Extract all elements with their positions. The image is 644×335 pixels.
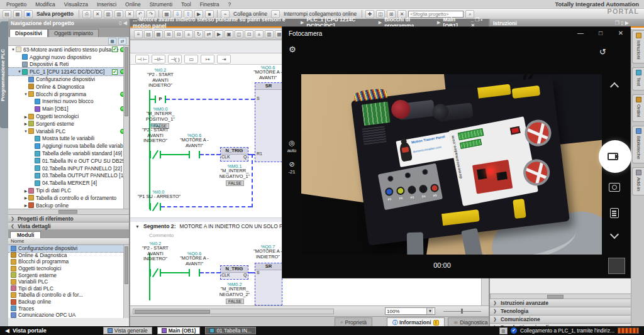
tree-expander[interactable]: ▼: [17, 70, 22, 74]
module-list-item[interactable]: Variabili PLC: [8, 278, 129, 285]
overview-button[interactable]: Vista generale: [103, 327, 152, 334]
operand-name[interactable]: "P2 - START AVANTI INDIETRO": [133, 246, 177, 262]
tree-item[interactable]: ▶Backup online: [8, 202, 129, 209]
tree-item[interactable]: Online & Diagnostica: [8, 83, 129, 91]
lad-element-icon[interactable]: ⊣ ⊢: [135, 55, 149, 63]
lad-element-icon[interactable]: ⊣( ): [168, 55, 182, 63]
reference-projects-section[interactable]: ❯Progetti di riferimento: [8, 215, 129, 222]
sr-block[interactable]: SR: [255, 263, 282, 305]
camera-titlebar[interactable]: Fotocamera — □ ✕: [282, 27, 630, 40]
maximize-icon[interactable]: □: [591, 27, 610, 40]
tree-expander[interactable]: ▼: [11, 48, 16, 52]
minimize-icon[interactable]: —: [571, 27, 590, 40]
menu-item-finestra[interactable]: Finestra: [196, 1, 223, 8]
tab-diagnostica[interactable]: ♒Diagnostica: [448, 317, 494, 327]
editor-toolbar-icon[interactable]: ▥: [265, 30, 274, 38]
module-list-item[interactable]: Backup online: [8, 299, 129, 305]
tree-item[interactable]: ▶Tipi di dati PLC: [8, 187, 129, 194]
tree-horizontal-scrollbar[interactable]: [8, 209, 129, 215]
menu-item-progetto[interactable]: Progetto: [3, 1, 30, 8]
editor-toolbar-icon[interactable]: ▣: [225, 30, 233, 38]
tree-vertical-scrollbar[interactable]: [123, 46, 129, 209]
module-list-item[interactable]: Blocchi di programma: [8, 258, 129, 265]
zoom-slider[interactable]: [443, 308, 481, 314]
operand-name[interactable]: "M_INTERR_ POSITIVO_1": [138, 111, 182, 122]
lad-element-icon[interactable]: ⇥: [217, 55, 231, 63]
main-ob1-task-button[interactable]: Main (OB1): [157, 327, 201, 334]
editor-toolbar-icon[interactable]: ▶: [214, 30, 223, 38]
exposure-control[interactable]: ⊘ -21: [284, 160, 300, 175]
module-list-item[interactable]: Oggetti tecnologici: [8, 265, 129, 272]
editor-toolbar-icon[interactable]: ↻: [194, 30, 203, 38]
tree-item[interactable]: Main [OB1]: [8, 105, 129, 113]
tree-item[interactable]: Tabella delle variabili standard [49]: [8, 150, 129, 157]
tree-expander[interactable]: ▶: [23, 195, 28, 200]
contact-no[interactable]: [189, 150, 200, 160]
tree-expander[interactable]: ▶: [23, 203, 28, 207]
menu-item-online[interactable]: Online: [121, 1, 145, 8]
operand-name[interactable]: "P2 - START AVANTI INDIETRO": [133, 128, 177, 144]
operand-name[interactable]: "M_INTERR_ NEGATIVO_2": [213, 287, 257, 297]
module-list-item[interactable]: Sorgenti esterne: [8, 272, 129, 278]
tab-moduli[interactable]: Moduli: [10, 231, 41, 238]
menu-item-inserisci[interactable]: Inserisci: [93, 1, 120, 8]
chevron-down-icon[interactable]: ▼: [426, 308, 433, 314]
copy-icon[interactable]: ▥: [104, 10, 113, 18]
lad-element-icon[interactable]: ↦: [201, 55, 214, 63]
tree-item[interactable]: Mostra tutte le variabili: [8, 135, 129, 143]
tree-item[interactable]: Configurazione dispositivi: [8, 75, 129, 83]
close-icon[interactable]: ✕: [611, 27, 630, 40]
task-card-tab-biblioteche[interactable]: Biblioteche: [632, 126, 644, 163]
chevron-up-icon[interactable]: [610, 82, 619, 91]
tree-item[interactable]: 03.Tabella OUTPUT PANNELLO [17]: [8, 172, 129, 180]
contact-nc[interactable]: [150, 150, 161, 160]
tree-item[interactable]: Dispositivi & Reti: [8, 61, 129, 69]
editor-toolbar-icon[interactable]: ±: [255, 30, 264, 38]
instruction-section-istruzioni-avanzate[interactable]: ❯Istruzioni avanzate: [490, 299, 632, 307]
contact-no[interactable]: [189, 268, 200, 278]
module-list-item[interactable]: Tipi di dati PLC: [8, 285, 129, 292]
paste-icon[interactable]: ▥: [114, 10, 123, 18]
module-list-item[interactable]: Configurazione dispositivi: [8, 245, 129, 252]
cut-icon[interactable]: ✕: [93, 10, 102, 18]
tree-item[interactable]: 04.Tabella MERKER [4]: [8, 179, 129, 187]
menu-item-modifica[interactable]: Modifica: [31, 1, 59, 8]
menu-item-visualizza[interactable]: Visualizza: [60, 1, 92, 8]
operand-name[interactable]: "M_INTERR_ NEGATIVO_1": [213, 168, 257, 179]
tree-item[interactable]: ▼Blocchi di programma: [8, 91, 129, 98]
module-list-item[interactable]: Traces: [8, 305, 129, 312]
editor-toolbar-icon[interactable]: ▤: [144, 30, 153, 38]
table-task-button[interactable]: 01.Tabella IN...: [205, 327, 255, 334]
editor-toolbar-icon[interactable]: ▦: [154, 30, 163, 38]
document-mode-icon[interactable]: [610, 208, 619, 218]
tree-expander[interactable]: ▶: [23, 189, 28, 193]
canvas-horizontal-scrollbar[interactable]: [133, 309, 334, 314]
zoom-select[interactable]: 100% ▼: [385, 307, 435, 315]
portal-view-button[interactable]: ◀ Vista portale: [5, 327, 47, 334]
print-icon[interactable]: ⎙: [82, 10, 91, 18]
details-view-section[interactable]: ❮Vista dettagli: [8, 222, 129, 230]
tree-item[interactable]: ▶Tabella di controllo e di forzamento: [8, 194, 129, 202]
operand-name[interactable]: "P1 SU - ARRESTO": [130, 194, 189, 200]
column-view-icon[interactable]: ▦: [108, 38, 116, 45]
panel-icons[interactable]: ❐ ▯ ▶: [615, 20, 629, 26]
tree-item[interactable]: 01.Tabella IN e OUT CPU SU DB25 [19]: [8, 157, 129, 165]
tree-item[interactable]: Aggiungi nuova tabella delle variabili: [8, 142, 129, 150]
instructions-hscrollbar[interactable]: [490, 294, 632, 299]
plc-programming-strip-tab[interactable]: Programmazione PLC: [0, 21, 8, 128]
editor-toolbar-icon[interactable]: ⇄: [204, 30, 213, 38]
segment2-comment[interactable]: Commento: [149, 233, 174, 238]
tree-item[interactable]: ▶Sorgenti esterne: [8, 120, 129, 128]
instruction-section-tecnologia[interactable]: ❯Tecnologia: [490, 307, 632, 316]
instruction-section-comunicazione[interactable]: ❯Comunicazione: [490, 316, 632, 324]
editor-toolbar-icon[interactable]: ±: [184, 30, 193, 38]
photo-mode-icon[interactable]: [609, 183, 620, 192]
link-icon[interactable]: ⇄: [118, 38, 126, 45]
camera-settings-gear-icon[interactable]: ⚙: [289, 45, 296, 54]
tab-oggetti-impianto[interactable]: Oggetti impianto: [48, 29, 99, 37]
lad-element-icon[interactable]: ⊣/⊢: [152, 55, 165, 63]
tree-expander[interactable]: ▼: [23, 92, 28, 96]
tree-item[interactable]: ▼63-Motore avanti indietro stesso pulsan…: [8, 46, 129, 53]
tree-expander[interactable]: ▶: [23, 121, 28, 126]
task-card-tab-ordini[interactable]: Ordini: [632, 94, 644, 121]
